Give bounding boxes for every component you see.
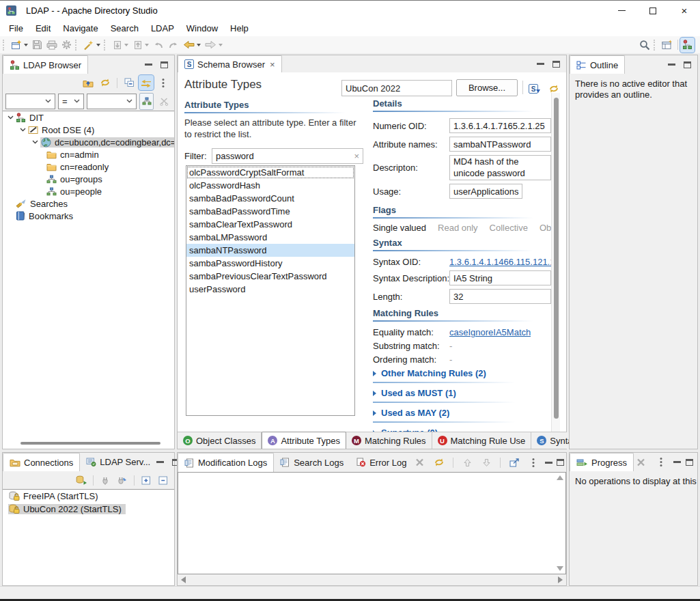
tree-item-searches[interactable]: Searches xyxy=(3,197,174,210)
link-with-editor-button[interactable] xyxy=(139,75,154,90)
flag-single-valued[interactable]: Single valued xyxy=(373,223,426,233)
syntax-description-field[interactable]: IA5 String xyxy=(449,270,551,285)
list-item[interactable]: olcPasswordHash xyxy=(186,179,354,192)
expander-icon[interactable] xyxy=(30,140,40,144)
list-item[interactable]: sambaClearTextPassword xyxy=(186,218,354,231)
filter-attribute-combo[interactable] xyxy=(5,94,55,109)
export-logs-button[interactable] xyxy=(507,455,522,470)
scroll-right-icon[interactable] xyxy=(558,576,563,583)
usage-field[interactable]: userApplications xyxy=(449,184,522,199)
tab-modification-logs[interactable]: Modification Logs xyxy=(178,453,274,472)
forward-button[interactable] xyxy=(203,38,225,53)
clear-logs-button[interactable] xyxy=(412,455,428,470)
filter-value-combo[interactable] xyxy=(87,94,137,109)
menu-edit[interactable]: Edit xyxy=(29,22,57,35)
minimize-view-button[interactable] xyxy=(545,462,552,464)
minimize-view-button[interactable] xyxy=(668,64,675,66)
tree-item-dc-ubucon[interactable]: dc=ubucon,dc=codingbear,dc=kr xyxy=(3,136,174,148)
flag-read-only[interactable]: Read only xyxy=(438,223,478,233)
view-menu-button[interactable] xyxy=(654,455,669,470)
scroll-left-icon[interactable] xyxy=(181,576,186,583)
maximize-view-button[interactable] xyxy=(557,459,564,466)
new-button[interactable] xyxy=(9,38,30,53)
tree-item-root-dse[interactable]: Root DSE (4) xyxy=(3,124,174,136)
connection-item-freeipa[interactable]: FreeIPA (StartTLS) xyxy=(3,490,174,503)
horizontal-scrollbar-thumb[interactable] xyxy=(20,442,160,445)
length-field[interactable]: 32 xyxy=(449,289,551,304)
maximize-editor-button[interactable] xyxy=(552,61,560,68)
tab-close-icon[interactable]: × xyxy=(270,59,275,70)
scrollbar-thumb[interactable] xyxy=(554,98,559,419)
collapse-all-button[interactable] xyxy=(122,75,137,90)
new-connection-button[interactable] xyxy=(74,473,89,488)
default-schema-button[interactable]: S xyxy=(527,81,542,96)
maximize-view-button[interactable] xyxy=(684,61,691,68)
print-button[interactable] xyxy=(44,38,59,53)
toolbar-grip[interactable] xyxy=(75,40,79,51)
equality-match-link[interactable]: caseIgnoreIA5Match xyxy=(449,327,531,337)
tab-ldap-browser[interactable]: LDAP Browser xyxy=(3,55,88,74)
newer-logs-button[interactable] xyxy=(479,455,494,470)
tab-search-logs[interactable]: Search Logs xyxy=(274,453,350,472)
browse-button[interactable]: Browse... xyxy=(456,79,518,96)
next-edit-location-button[interactable] xyxy=(166,38,181,53)
expandable-other-matching-rules[interactable]: Other Matching Rules (2) xyxy=(373,368,551,383)
menu-file[interactable]: File xyxy=(3,22,29,35)
filter-input[interactable]: password × xyxy=(212,148,363,164)
disconnect-button[interactable] xyxy=(115,473,130,488)
minimize-editor-button[interactable] xyxy=(537,63,544,65)
back-button[interactable] xyxy=(181,38,203,53)
expand-all-button[interactable] xyxy=(139,473,154,488)
toolbar-grip[interactable] xyxy=(104,40,107,51)
log-content[interactable] xyxy=(178,472,566,574)
connection-item-ubucon[interactable]: UbuCon 2022 (StartTLS) xyxy=(3,503,174,516)
clear-filter-icon[interactable]: × xyxy=(354,151,359,161)
list-item[interactable]: sambaBadPasswordTime xyxy=(186,205,354,218)
maximize-view-button[interactable] xyxy=(686,459,693,466)
details-scrollbar[interactable] xyxy=(551,93,560,432)
tree-item-ou-people[interactable]: ou=people xyxy=(3,185,174,197)
tab-matching-rule-use[interactable]: U Matching Rule Use xyxy=(432,432,532,449)
clear-finished-button[interactable] xyxy=(634,455,649,470)
list-item-selected[interactable]: sambaNTPassword xyxy=(186,244,354,257)
minimize-view-button[interactable] xyxy=(673,461,681,463)
tab-connections[interactable]: Connections xyxy=(3,453,80,471)
scroll-up-icon[interactable] xyxy=(557,475,563,480)
list-item[interactable]: olcPasswordCryptSaltFormat xyxy=(186,166,354,179)
tab-attribute-types[interactable]: A Attribute Types xyxy=(262,432,346,449)
filter-operator-combo[interactable]: = xyxy=(58,94,84,109)
menu-help[interactable]: Help xyxy=(224,22,255,35)
tab-ldap-servers[interactable]: LDAP Serv... xyxy=(80,453,156,471)
list-item[interactable]: sambaLMPassword xyxy=(186,231,354,244)
menu-navigate[interactable]: Navigate xyxy=(57,22,104,35)
list-item[interactable]: userPassword xyxy=(186,283,354,296)
refresh-button[interactable] xyxy=(98,75,113,90)
attribute-names-field[interactable]: sambaNTPassword xyxy=(449,137,551,152)
syntax-oid-link[interactable]: 1.3.6.1.4.1.1466.115.121.1. xyxy=(449,257,551,267)
quick-search-button[interactable] xyxy=(81,38,102,53)
numeric-oid-field[interactable]: 1.3.6.1.4.1.7165.2.1.25 xyxy=(449,118,551,133)
window-close-button[interactable]: × xyxy=(669,1,700,20)
scroll-down-icon[interactable] xyxy=(557,566,563,571)
toolbar-grip[interactable] xyxy=(3,40,6,51)
list-item[interactable]: sambaPasswordHistory xyxy=(186,257,354,270)
minimize-view-button[interactable] xyxy=(156,461,164,463)
tab-outline[interactable]: Outline xyxy=(570,55,625,74)
list-item[interactable]: sambaBadPasswordCount xyxy=(186,192,354,205)
unfilter-button[interactable] xyxy=(156,94,171,109)
quick-filter-button[interactable] xyxy=(139,93,154,110)
flag-obsolete[interactable]: Obsolete xyxy=(540,223,551,233)
maximize-view-button[interactable] xyxy=(160,61,168,68)
next-annotation-button[interactable] xyxy=(110,38,130,53)
expander-icon[interactable] xyxy=(18,128,28,132)
list-item[interactable]: sambaPreviousClearTextPassword xyxy=(186,270,354,283)
horizontal-scrollbar[interactable] xyxy=(178,574,566,585)
previous-annotation-button[interactable] xyxy=(130,38,151,53)
selected-entry[interactable]: dc=ubucon,dc=codingbear,dc=kr xyxy=(40,137,174,148)
preferences-button[interactable] xyxy=(59,38,74,53)
view-menu-button[interactable] xyxy=(156,75,171,90)
tab-object-classes[interactable]: O Object Classes xyxy=(178,432,262,449)
tab-progress[interactable]: Progress xyxy=(570,453,634,471)
tree-item-bookmarks[interactable]: Bookmarks xyxy=(3,210,174,222)
minimize-view-button[interactable] xyxy=(145,64,152,66)
